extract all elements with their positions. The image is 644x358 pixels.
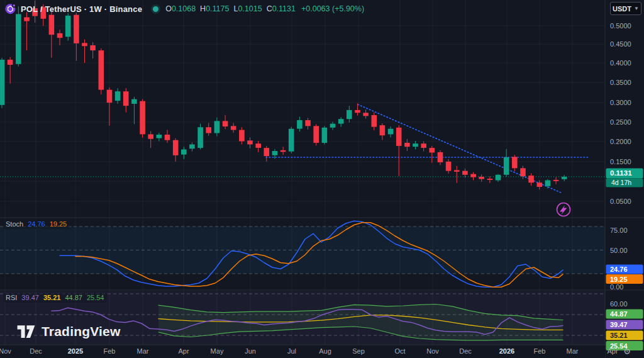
time-axis-label[interactable]: May xyxy=(211,347,224,355)
candle-body xyxy=(446,162,452,171)
candle-body xyxy=(487,179,493,180)
tradingview-watermark[interactable]: TradingView xyxy=(17,323,121,339)
candle-body xyxy=(280,150,286,152)
candle-body xyxy=(297,120,303,129)
candle-body xyxy=(123,91,129,106)
open-value: 0.1068 xyxy=(172,4,196,13)
currency-label: USDT xyxy=(613,5,631,13)
price-axis-label: 0.5000 xyxy=(610,22,631,30)
candle-body xyxy=(74,15,79,43)
symbol-title[interactable]: POL / TetherUS · 1W · Binance xyxy=(21,4,142,14)
candle-body xyxy=(330,124,336,128)
candle-body xyxy=(363,113,369,116)
stoch-axis-label: 0.00 xyxy=(610,283,623,291)
candle-body xyxy=(231,126,236,130)
tradingview-app: 0.50000.45000.40000.35000.30000.25000.20… xyxy=(0,0,644,358)
gear-icon[interactable]: ⚙ xyxy=(623,347,631,356)
price-axis-label: 0.3000 xyxy=(610,99,631,106)
currency-button[interactable]: USDT ▼ xyxy=(610,2,641,15)
time-axis-label[interactable]: Aug xyxy=(319,347,331,355)
chart-header: POL / TetherUS · 1W · Binance O0.1068 H0… xyxy=(5,3,364,14)
candle-body xyxy=(140,101,145,135)
candle-body xyxy=(396,128,402,146)
time-axis-label[interactable]: Dec xyxy=(459,347,472,355)
rsi-label: RSI xyxy=(6,294,17,301)
time-axis-label[interactable]: Apr xyxy=(178,347,189,355)
symbol-logo-icon xyxy=(5,3,16,14)
candle-body xyxy=(553,180,559,181)
candle-body xyxy=(322,128,328,143)
candle-body xyxy=(165,135,170,140)
time-axis-label[interactable]: Nov xyxy=(426,347,439,355)
candle-body xyxy=(430,148,435,152)
time-axis-label[interactable]: 2026 xyxy=(499,347,514,355)
time-axis-label[interactable]: Jun xyxy=(245,347,256,355)
candle-body xyxy=(388,129,394,135)
candle-body xyxy=(90,45,96,50)
stoch-label: Stoch xyxy=(6,220,23,228)
time-axis-label[interactable]: Dec xyxy=(30,347,42,355)
time-axis-label[interactable]: Feb xyxy=(534,347,546,355)
candle-body xyxy=(8,60,13,65)
price-axis-label: 0.1500 xyxy=(610,158,631,165)
candle-body xyxy=(380,125,386,135)
ohlc-values: O0.1068 H0.1175 L0.1015 C0.1131 xyxy=(165,4,296,13)
stoch-value-badge-text: 19.25 xyxy=(610,276,628,283)
rsi-legend[interactable]: RSI 39.47 35.21 44.87 25.54 xyxy=(3,293,107,303)
candle-body xyxy=(173,140,179,155)
candle-body xyxy=(148,134,153,138)
high-value: 0.1175 xyxy=(206,4,229,13)
candles xyxy=(0,1,567,190)
candle-body xyxy=(462,171,468,175)
time-axis-label[interactable]: Mar xyxy=(567,347,579,355)
candle-body xyxy=(189,145,195,149)
candle-body xyxy=(181,150,187,155)
price-axis-label: 0.4000 xyxy=(610,59,631,67)
candle-body xyxy=(338,119,344,123)
time-axis-label[interactable]: Jul xyxy=(287,347,296,355)
candle-body xyxy=(438,152,443,162)
market-status-icon[interactable] xyxy=(153,6,158,12)
time-axis-label[interactable]: Sep xyxy=(352,347,365,355)
candle-body xyxy=(289,129,294,152)
high-label: H xyxy=(200,4,206,13)
time-axis-label[interactable]: Mar xyxy=(137,347,149,355)
chevron-down-icon: ▼ xyxy=(634,6,639,11)
candle-body xyxy=(305,120,311,126)
tradingview-logo-icon xyxy=(17,323,36,339)
last-price-badge-text: 0.1131 xyxy=(610,169,632,177)
boost-button[interactable] xyxy=(557,203,570,216)
candle-body xyxy=(421,143,426,148)
open-label: O xyxy=(165,4,172,13)
rsi-value-badge-text: 39.47 xyxy=(610,321,628,328)
time-axis-label[interactable]: 2025 xyxy=(68,347,83,355)
candle-body xyxy=(247,140,253,144)
price-axis-label: 0.2000 xyxy=(610,138,631,145)
candle-body xyxy=(206,127,211,133)
stoch-value-badge-text: 24.76 xyxy=(610,266,628,273)
chart-canvas[interactable]: 0.50000.45000.40000.35000.30000.25000.20… xyxy=(0,0,644,358)
candle-body xyxy=(537,182,543,187)
time-axis-label[interactable]: Oct xyxy=(394,347,405,355)
price-axis-label: 0.4500 xyxy=(610,40,631,48)
candle-body xyxy=(223,121,228,126)
candle-body xyxy=(255,143,261,148)
candle-body xyxy=(157,135,162,138)
candle-body xyxy=(264,148,270,156)
rsi-value: 39.47 xyxy=(21,294,39,301)
candle-body xyxy=(504,157,509,175)
stoch-d-value: 19.25 xyxy=(50,220,67,228)
candle-body xyxy=(107,90,113,103)
time-axis-label[interactable]: Feb xyxy=(104,347,116,355)
countdown-text: 4d 17h xyxy=(611,179,631,186)
stoch-legend[interactable]: Stoch 24.76 19.25 xyxy=(3,220,70,229)
candle-body xyxy=(528,176,534,182)
candle-body xyxy=(115,91,121,101)
time-axis-label[interactable]: Nov xyxy=(0,347,11,355)
stoch-axis-label: 50.00 xyxy=(610,247,628,254)
close-value: 0.1131 xyxy=(272,4,296,13)
candle-body xyxy=(99,50,104,90)
candle-body xyxy=(413,143,418,147)
candle-body xyxy=(49,15,55,35)
time-axis-label[interactable]: Apr xyxy=(607,347,618,355)
